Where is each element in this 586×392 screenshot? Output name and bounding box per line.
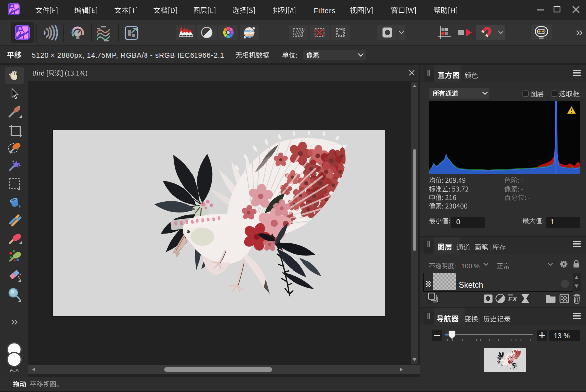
- svg-text:FX: FX: [508, 295, 517, 303]
